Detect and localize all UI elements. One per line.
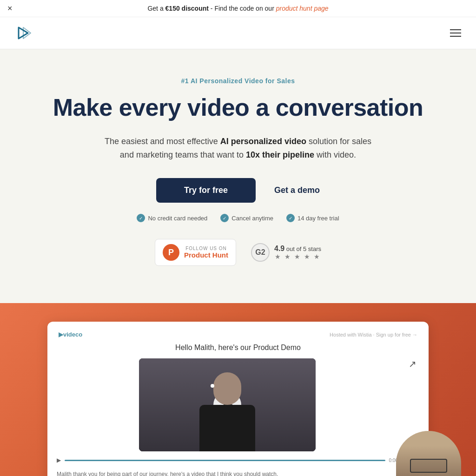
- banner-close[interactable]: ×: [7, 4, 13, 13]
- logo-icon: [15, 25, 32, 41]
- product-hunt-link[interactable]: product hunt page: [276, 5, 329, 12]
- g2-info: 4.9 out of 5 stars ★ ★ ★ ★ ★: [274, 245, 321, 260]
- navbar: [0, 17, 476, 49]
- g2-badge: G2 4.9 out of 5 stars ★ ★ ★ ★ ★: [251, 243, 321, 262]
- video-thumbnail[interactable]: [139, 358, 316, 451]
- cursor-icon: ↗: [409, 358, 416, 370]
- trust-item-free-trial: ✓ 14 day free trial: [286, 214, 339, 222]
- video-wistia-text: Hosted with Wistia · Sign up for free →: [330, 332, 417, 337]
- trust-item-no-credit: ✓ No credit card needed: [137, 214, 207, 222]
- progress-bar[interactable]: [65, 460, 385, 461]
- controls-play-icon[interactable]: ▶: [57, 457, 61, 463]
- video-header: ▶videco Hosted with Wistia · Sign up for…: [57, 331, 419, 338]
- hamburger-menu[interactable]: [450, 29, 461, 37]
- check-icon: ✓: [286, 214, 295, 222]
- trust-row: ✓ No credit card needed ✓ Cancel anytime…: [37, 214, 439, 222]
- video-section: ▶videco Hosted with Wistia · Sign up for…: [0, 303, 476, 476]
- try-for-free-button[interactable]: Try for free: [156, 178, 256, 203]
- hero-tagline: #1 AI Personalized Video for Sales: [37, 77, 439, 85]
- social-proof-row: P FOLLOW US ON Product Hunt G2 4.9 out o…: [37, 239, 439, 266]
- check-icon: ✓: [220, 214, 229, 222]
- video-caption: Malith thank you for being part of our j…: [57, 471, 419, 476]
- video-demo-title: Hello Malith, here's our Product Demo: [57, 344, 419, 352]
- announcement-banner: × Get a €150 discount - Find the code on…: [0, 0, 476, 17]
- product-hunt-icon: P: [163, 244, 179, 261]
- trust-item-cancel: ✓ Cancel anytime: [220, 214, 273, 222]
- hero-section: #1 AI Personalized Video for Sales Make …: [0, 49, 476, 303]
- product-hunt-badge[interactable]: P FOLLOW US ON Product Hunt: [155, 239, 236, 266]
- video-person: [139, 358, 316, 451]
- cta-row: Try for free Get a demo: [37, 178, 439, 203]
- check-icon: ✓: [137, 214, 145, 222]
- video-brand: ▶videco: [59, 331, 82, 338]
- banner-text: Get a €150 discount - Find the code on o…: [147, 5, 328, 12]
- get-demo-button[interactable]: Get a demo: [274, 185, 320, 195]
- product-hunt-text: FOLLOW US ON Product Hunt: [184, 246, 228, 259]
- logo[interactable]: [15, 25, 32, 41]
- video-container: ▶videco Hosted with Wistia · Sign up for…: [47, 322, 429, 476]
- hero-title: Make every video a conversation: [37, 94, 439, 122]
- g2-icon: G2: [251, 243, 270, 262]
- video-controls: ▶ 0:00: [57, 454, 398, 466]
- hero-subtitle: The easiest and most effective AI person…: [103, 135, 373, 162]
